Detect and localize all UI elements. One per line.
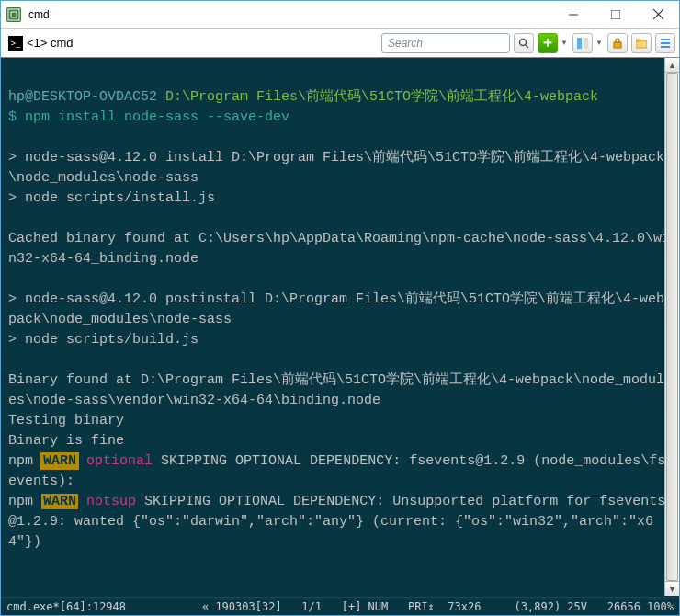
- split-button[interactable]: [572, 33, 593, 53]
- svg-rect-13: [636, 40, 640, 41]
- search-go-button[interactable]: [514, 33, 534, 53]
- svg-rect-9: [577, 38, 582, 49]
- close-button[interactable]: [637, 1, 679, 28]
- menu-icon: [660, 38, 671, 49]
- status-size: 73x26: [448, 600, 481, 613]
- scroll-down-button[interactable]: ▼: [665, 581, 679, 596]
- new-tab-button[interactable]: ＋: [538, 33, 558, 53]
- command-line: $ npm install node-sass --save-dev: [8, 109, 289, 125]
- folder-icon: [636, 38, 647, 49]
- svg-point-7: [520, 39, 527, 45]
- warn-kind: optional: [86, 453, 153, 469]
- scroll-thumb[interactable]: [666, 73, 678, 581]
- maximize-button[interactable]: [595, 1, 637, 28]
- svg-rect-10: [584, 38, 588, 49]
- toolbar: >_ <1> cmd Search ＋ ▼ ▼: [1, 29, 679, 58]
- status-flags: [+] NUM PRI↕: [342, 600, 435, 613]
- svg-line-8: [526, 45, 528, 48]
- warn-badge: WARN: [41, 494, 78, 509]
- lock-icon: [612, 38, 623, 49]
- lock-button[interactable]: [607, 33, 628, 53]
- prompt-path: D:\Program Files\前端代码\51CTO学院\前端工程化\4-we…: [165, 89, 598, 105]
- output-line: Binary is fine: [8, 433, 124, 449]
- npm-prefix: npm: [8, 494, 33, 509]
- scroll-up-button[interactable]: ▲: [665, 58, 679, 73]
- app-icon: [6, 7, 21, 22]
- new-tab-dropdown[interactable]: ▼: [560, 39, 569, 47]
- output-line: Cached binary found at C:\Users\hp\AppDa…: [8, 231, 670, 267]
- output-line: > node-sass@4.12.0 install D:\Program Fi…: [8, 150, 664, 186]
- status-build: « 190303[32]: [202, 600, 282, 613]
- folder-button[interactable]: [631, 33, 652, 53]
- output-line: > node-sass@4.12.0 postinstall D:\Progra…: [8, 291, 664, 327]
- split-dropdown[interactable]: ▼: [595, 39, 604, 47]
- output-line: Binary found at D:\Program Files\前端代码\51…: [8, 372, 664, 408]
- scrollbar[interactable]: ▲ ▼: [664, 58, 679, 596]
- status-exe: cmd.exe*[64]:12948: [6, 600, 126, 613]
- terminal-output[interactable]: hp@DESKTOP-OVDAC52 D:\Program Files\前端代码…: [1, 58, 679, 597]
- search-icon: [518, 38, 529, 49]
- svg-rect-4: [611, 10, 620, 19]
- tab-label: <1> cmd: [27, 36, 74, 50]
- minimize-button[interactable]: [552, 1, 595, 28]
- output-line: > node scripts/build.js: [8, 332, 198, 348]
- warn-kind: notsup: [86, 494, 136, 509]
- status-zoom: 100%: [647, 600, 674, 613]
- status-bar: cmd.exe*[64]:12948 « 190303[32] 1/1 [+] …: [1, 597, 679, 615]
- output-line: > node scripts/install.js: [8, 190, 215, 206]
- search-input[interactable]: Search: [381, 33, 510, 53]
- window-controls: [552, 1, 679, 28]
- svg-rect-11: [614, 42, 621, 48]
- titlebar: cmd: [1, 1, 679, 29]
- npm-prefix: npm: [8, 453, 33, 469]
- status-cursor: (3,892) 25V: [515, 600, 587, 613]
- window-title: cmd: [27, 8, 552, 21]
- terminal-icon: >_: [8, 36, 23, 51]
- split-icon: [577, 38, 588, 49]
- status-sel: 26656: [607, 600, 640, 613]
- tab-cmd[interactable]: >_ <1> cmd: [5, 34, 77, 52]
- status-pos: 1/1: [301, 600, 322, 613]
- scroll-track[interactable]: [665, 73, 679, 581]
- output-line: Testing binary: [8, 413, 124, 428]
- menu-button[interactable]: [655, 33, 675, 53]
- warn-badge: WARN: [41, 453, 78, 469]
- prompt-user: hp@DESKTOP-OVDAC52: [8, 89, 157, 105]
